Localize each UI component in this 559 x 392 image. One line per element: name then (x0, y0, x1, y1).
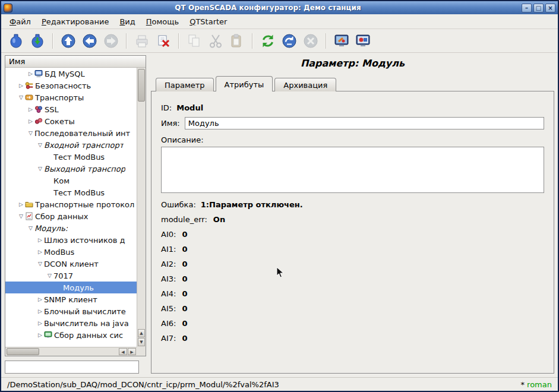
expand-icon[interactable]: ▷ (27, 106, 34, 112)
load-icon (8, 33, 24, 49)
close-button[interactable]: × (545, 4, 555, 12)
tree-item[interactable]: ▷Сокеты (5, 115, 137, 127)
tree-item[interactable]: ▽DCON клиент (5, 258, 137, 270)
tree-item[interactable]: ▽7017 (5, 270, 137, 282)
scroll-down-button[interactable]: ▼ (138, 338, 145, 346)
scroll-right-button[interactable]: ▶ (128, 348, 136, 355)
tree-item[interactable]: ▽Сбор данных (5, 210, 137, 222)
menu-file[interactable]: Файл (5, 15, 36, 28)
expand-icon[interactable]: ▷ (36, 296, 44, 302)
attribute-value: 0 (182, 334, 187, 343)
scrollbar-track[interactable] (39, 347, 119, 356)
delete-item-button[interactable] (153, 31, 173, 50)
expand-icon[interactable]: ▷ (36, 249, 44, 255)
description-textarea[interactable] (161, 147, 544, 193)
config-icon (334, 33, 349, 49)
tree-item[interactable]: Ком (5, 175, 137, 186)
up-icon (61, 33, 76, 49)
menu-help[interactable]: Помощь (141, 15, 184, 28)
tree-item[interactable]: ▷SSL (5, 103, 137, 115)
horizontal-scrollbar-thumb[interactable] (7, 348, 39, 355)
collapse-icon[interactable]: ▽ (27, 225, 34, 231)
tree-item[interactable]: ▷Безопасность (5, 80, 137, 91)
tree-item[interactable]: ▽Последовательный инт (5, 127, 137, 139)
collapse-icon[interactable]: ▽ (27, 130, 34, 136)
titlebar[interactable]: QT OpenSCADA конфигуратор: Демо станция … (1, 1, 558, 14)
tree-item[interactable]: ▽Модуль: (5, 222, 137, 234)
tree-item[interactable]: ▽Входной транспорт (5, 139, 137, 151)
attribute-row: AI3:0 (161, 274, 544, 283)
tree-item[interactable]: ▷Вычислитель на java (5, 317, 137, 329)
tree-item[interactable]: Модуль (5, 282, 137, 293)
tree-vertical-scrollbar[interactable]: ▲ ▼ (137, 68, 146, 347)
tree-item[interactable]: ▷ModBus (5, 246, 137, 258)
tree-item[interactable]: ▽Транспорты (5, 91, 137, 103)
scrollbar-track[interactable] (137, 102, 146, 329)
tab-archiving[interactable]: Архивация (274, 78, 336, 91)
tree-item[interactable]: ▷Сбор данных сис (5, 329, 137, 341)
expand-icon[interactable]: ▷ (17, 83, 25, 88)
tree-item-label: 7017 (53, 271, 73, 280)
tree-header-name[interactable]: Имя (5, 56, 146, 68)
status-user-block: * roman (520, 380, 552, 389)
refresh-button[interactable] (258, 31, 278, 50)
expand-icon[interactable]: ▷ (27, 118, 34, 124)
expand-icon[interactable]: ▷ (27, 71, 34, 77)
back-button[interactable] (80, 31, 100, 50)
tree-item[interactable]: Тест ModBus (5, 186, 137, 198)
collapse-icon[interactable]: ▽ (17, 94, 25, 100)
paste-icon (229, 33, 245, 49)
save-to-db-button[interactable] (27, 31, 48, 50)
copy-icon (187, 33, 202, 49)
scroll-left-button[interactable]: ◀ (119, 348, 127, 355)
tree-item[interactable]: ▷Блочный вычислите (5, 305, 137, 317)
menu-edit[interactable]: Редактирование (37, 15, 113, 28)
menu-view[interactable]: Вид (115, 15, 140, 28)
content-area: Имя ▷БД MySQL▷Безопасность▽Транспорты▷SS… (1, 53, 558, 377)
expand-icon[interactable]: ▷ (36, 320, 44, 326)
socket-icon (34, 117, 45, 125)
tab-parameter[interactable]: Параметр (156, 78, 214, 91)
name-input[interactable] (185, 117, 544, 129)
tree-item[interactable]: ▷БД MySQL (5, 68, 137, 80)
start-updating-button[interactable] (279, 31, 299, 50)
mysql-icon (34, 69, 45, 78)
tree-item[interactable]: ▷Шлюз источников д (5, 234, 137, 246)
tree-filter-input[interactable] (5, 361, 139, 374)
menubar: Файл Редактирование Вид Помощь QTStarter (1, 14, 558, 29)
tree-item[interactable]: ▷SNMP клиент (5, 293, 137, 305)
collapse-icon[interactable]: ▽ (17, 213, 25, 219)
tree-item[interactable]: Тест ModBus (5, 151, 137, 163)
toolbar (1, 29, 558, 53)
toolbar-separator (178, 33, 179, 49)
vertical-scrollbar-thumb[interactable] (138, 69, 145, 102)
expand-icon[interactable]: ▷ (36, 308, 44, 314)
expand-icon[interactable]: ▷ (36, 237, 44, 243)
tree-item-label: Выходной транспор (44, 165, 125, 173)
scroll-up-button[interactable]: ▲ (138, 329, 145, 337)
attribute-value: 0 (182, 245, 187, 254)
description-label: Описание: (161, 135, 544, 144)
collapse-icon[interactable]: ▽ (46, 273, 53, 279)
start-icon (282, 33, 297, 49)
attribute-row: AI6:0 (161, 319, 544, 328)
tree-horizontal-scrollbar[interactable]: ◀ ▶ (5, 347, 137, 356)
minimize-button[interactable]: – (522, 4, 532, 12)
status-user: roman (527, 380, 552, 389)
load-from-db-button[interactable] (6, 31, 26, 50)
expand-icon[interactable]: ▷ (17, 201, 25, 207)
qtcfg-starter-button[interactable] (331, 31, 352, 50)
tree-item[interactable]: ▽Выходной транспор (5, 163, 137, 175)
collapse-icon[interactable]: ▽ (36, 261, 44, 267)
tree-item[interactable]: ▷Транспортные протокол (5, 198, 137, 210)
vision-icon (355, 33, 371, 49)
collapse-icon[interactable]: ▽ (36, 166, 44, 172)
collapse-icon[interactable]: ▽ (36, 142, 44, 148)
maximize-button[interactable]: □ (533, 4, 544, 12)
up-button[interactable] (58, 31, 78, 50)
tab-attributes[interactable]: Атрибуты (216, 76, 273, 91)
tree-item-label: Транспортные протокол (35, 200, 134, 209)
vision-starter-button[interactable] (353, 31, 373, 50)
menu-qtstarter[interactable]: QTStarter (185, 15, 232, 28)
expand-icon[interactable]: ▷ (36, 332, 44, 338)
